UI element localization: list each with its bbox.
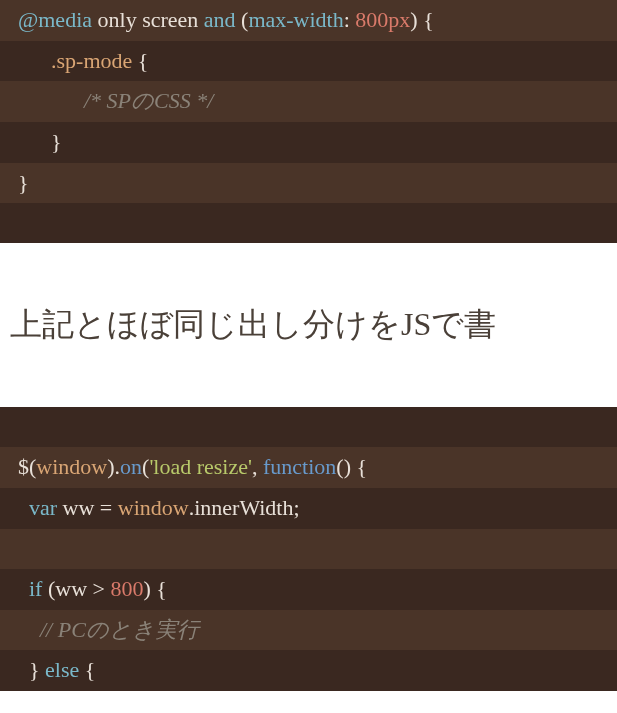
code-token: window [118,488,189,529]
code-token: on [120,447,142,488]
code-token: and [204,0,236,41]
code-token: ) { [410,0,439,41]
code-token: ww = [57,488,118,529]
code-line: } [0,122,617,163]
code-token: .innerWidth; [189,488,300,529]
code-token: .sp-mode [51,41,132,82]
code-token: ( [142,447,149,488]
code-token: // PCのとき実行 [40,610,199,651]
section-heading: 上記とほぼ同じ出し分けをJSで書 [10,303,617,347]
code-line: // PCのとき実行 [0,610,617,651]
code-token: if [29,569,42,610]
code-token: : [344,0,356,41]
code-token: ( [236,0,249,41]
code-token: window [36,447,107,488]
code-line: /* SPのCSS */ [0,81,617,122]
js-code-block: $(window).on('load resize', function() {… [0,407,617,690]
code-token: } [18,650,45,691]
code-token: } [18,122,62,163]
code-token: 'load resize' [149,447,252,488]
code-line [0,529,617,569]
article-text-section: 上記とほぼ同じ出し分けをJSで書 [0,243,617,407]
code-token: function [263,447,336,488]
code-token: } [18,163,29,204]
css-code-block: @media only screen and (max-width: 800px… [0,0,617,243]
code-token: $( [18,447,36,488]
code-token: 800px [355,0,410,41]
code-token: else [45,650,79,691]
code-line: .sp-mode { [0,41,617,82]
code-token: only screen [92,0,204,41]
code-line: $(window).on('load resize', function() { [0,447,617,488]
code-line: var ww = window.innerWidth; [0,488,617,529]
code-line: } [0,163,617,204]
code-token: ) { [143,569,166,610]
code-token: var [29,488,57,529]
code-token: 800 [110,569,143,610]
code-token: , [252,447,263,488]
code-token [18,81,84,122]
code-token: { [132,41,148,82]
code-line [0,407,617,447]
code-token: @media [18,0,92,41]
code-token: () { [336,447,367,488]
code-token: { [79,650,95,691]
code-token: /* SPのCSS */ [84,81,213,122]
code-token [18,41,51,82]
code-token: ). [107,447,120,488]
code-line: @media only screen and (max-width: 800px… [0,0,617,41]
code-token [18,610,40,651]
code-token [18,488,29,529]
code-token: max-width [248,0,343,41]
code-line: if (ww > 800) { [0,569,617,610]
code-token: (ww > [42,569,110,610]
code-token [18,569,29,610]
code-line [0,203,617,243]
code-line: } else { [0,650,617,691]
